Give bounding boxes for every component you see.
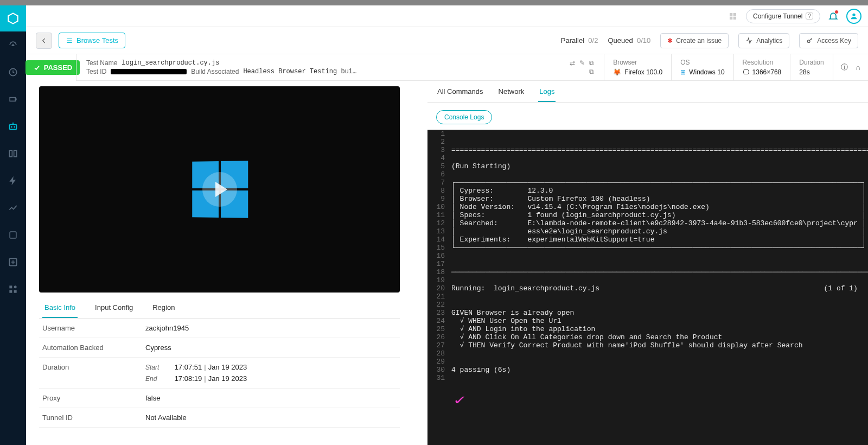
- proxy-val: false: [145, 394, 160, 402]
- sidebar-item-apps[interactable]: [0, 276, 26, 303]
- console-line: 12│ Searched: E:\lambda-node-remote-clie…: [427, 219, 868, 227]
- svg-point-5: [14, 126, 15, 128]
- console-line: 9│ Browser: Custom Firefox 100 (headless…: [427, 195, 868, 203]
- test-meta-block: Test Name login_searchproduct.cy.js ⇄ ✎ …: [76, 54, 604, 81]
- console-logs-chip[interactable]: Console Logs: [436, 110, 492, 124]
- trend-icon: [8, 202, 18, 213]
- browse-tests-label: Browse Tests: [76, 36, 118, 44]
- console-line: 13│ ess\e2e\login_searchproduct.cy.js │: [427, 227, 868, 236]
- resolution-value: 1366×768: [752, 68, 782, 76]
- cube-icon: [6, 11, 20, 26]
- svg-rect-15: [733, 13, 736, 16]
- username-val: zackjohn1945: [145, 324, 189, 332]
- browse-tests-button[interactable]: Browse Tests: [59, 33, 125, 48]
- console-line: 28: [427, 349, 868, 358]
- edit-icon[interactable]: ✎: [579, 59, 585, 67]
- sidebar-item-device[interactable]: [0, 221, 26, 249]
- access-key-label: Access Key: [817, 37, 851, 44]
- sidebar-item-battery[interactable]: [0, 86, 26, 113]
- sidebar-item-books[interactable]: [0, 140, 26, 167]
- backed-key: Automation Backed: [42, 344, 145, 352]
- env-duration-cell: Duration 28s: [790, 54, 832, 81]
- notification-dot: [834, 10, 839, 14]
- user-avatar[interactable]: [846, 9, 861, 24]
- tab-network[interactable]: Network: [497, 82, 526, 102]
- brand-logo[interactable]: [0, 5, 26, 31]
- console-line: 26 √ AND Click On All Categories drop do…: [427, 333, 868, 341]
- copy-build-icon[interactable]: ⧉: [589, 68, 594, 75]
- console-line: 18──────────────────────────────────────…: [427, 268, 868, 276]
- sidebar-item-bolt[interactable]: [0, 167, 26, 194]
- env-resolution-cell: Resolution 🖵1366×768: [733, 54, 790, 81]
- queued-label: Queued: [608, 36, 633, 44]
- duration-env-value: 28s: [799, 68, 824, 76]
- create-issue-button[interactable]: ✱ Create an issue: [660, 33, 729, 48]
- test-id-redacted: [111, 69, 187, 74]
- test-id-label: Test ID: [86, 68, 106, 75]
- build-assoc-label: Build Associated: [191, 68, 239, 75]
- end-date: Jan 19 2023: [208, 374, 247, 383]
- env-browser-cell: Browser 🦊Firefox 100.0: [604, 54, 671, 81]
- analytics-label: Analytics: [756, 37, 782, 44]
- svg-rect-16: [730, 16, 732, 19]
- create-issue-label: Create an issue: [676, 37, 722, 44]
- sidebar-item-realtime[interactable]: [0, 59, 26, 86]
- svg-rect-14: [730, 13, 732, 16]
- header-top-bar: Configure Tunnel ?: [26, 5, 868, 27]
- console-line: 29: [427, 358, 868, 366]
- sidebar-item-automation[interactable]: [0, 113, 26, 140]
- os-label: OS: [680, 59, 724, 66]
- tab-basic-info[interactable]: Basic Info: [42, 298, 78, 318]
- console-line: 304 passing (6s): [427, 366, 868, 374]
- back-button[interactable]: [36, 33, 52, 49]
- start-sub: Start: [145, 364, 173, 371]
- svg-rect-2: [16, 98, 17, 100]
- notifications-button[interactable]: [826, 9, 841, 24]
- windows-icon: ⊞: [680, 68, 686, 76]
- toolbar-row: Browse Tests Parallel 0/2 Queued 0/10 ✱ …: [26, 27, 868, 54]
- grid-shapes-icon: [8, 284, 18, 295]
- end-time: 17:08:19: [175, 374, 202, 383]
- console-line: 10│ Node Version: v14.15.4 (C:\Program F…: [427, 203, 868, 211]
- env-os-cell: OS ⊞Windows 10: [671, 54, 733, 81]
- console-line: 3=======================================…: [427, 146, 868, 154]
- sidebar-item-analytics[interactable]: [0, 194, 26, 221]
- tab-region[interactable]: Region: [150, 298, 177, 318]
- test-name-label: Test Name: [86, 59, 117, 67]
- sidebar-item-add[interactable]: [0, 249, 26, 276]
- console-line: 24 √ WHEN User Open the Url: [427, 317, 868, 325]
- copy-icon[interactable]: ⧉: [589, 59, 594, 67]
- analytics-button[interactable]: Analytics: [738, 33, 789, 48]
- svg-point-19: [808, 40, 810, 42]
- battery-icon: [8, 94, 18, 105]
- console-output[interactable]: 123=====================================…: [427, 130, 868, 445]
- tab-all-commands[interactable]: All Commands: [436, 82, 484, 102]
- log-tabs: All Commands Network Logs: [427, 81, 868, 103]
- monitor-icon: 🖵: [743, 68, 749, 76]
- configure-tunnel-button[interactable]: Configure Tunnel ?: [746, 9, 820, 23]
- access-key-button[interactable]: Access Key: [799, 33, 858, 48]
- browser-value: Firefox 100.0: [624, 68, 662, 76]
- robot-icon: [7, 120, 19, 132]
- info-icon[interactable]: ⓘ: [841, 62, 848, 72]
- svg-rect-7: [14, 150, 17, 157]
- username-key: Username: [42, 324, 145, 332]
- svg-rect-10: [9, 285, 12, 288]
- list-icon: [66, 37, 73, 44]
- play-button-icon[interactable]: [202, 172, 237, 207]
- video-preview[interactable]: [39, 86, 400, 293]
- sidebar-nav: [0, 5, 26, 445]
- tunnel-key: Tunnel ID: [42, 414, 145, 422]
- env-right-icons: ⓘ ∩: [833, 54, 868, 81]
- tab-input-config[interactable]: Input Config: [93, 298, 135, 318]
- tab-logs[interactable]: Logs: [538, 82, 556, 102]
- help-badge-icon: ?: [806, 12, 813, 20]
- apps-grid-icon[interactable]: [725, 9, 741, 24]
- headset-icon[interactable]: ∩: [856, 63, 860, 72]
- console-line: 25 √ AND Login into the application: [427, 325, 868, 333]
- bolt-icon: [8, 175, 18, 186]
- sidebar-item-dashboard[interactable]: [0, 31, 26, 59]
- settings-inline-icon[interactable]: ⇄: [570, 59, 575, 67]
- parallel-label: Parallel: [561, 36, 584, 44]
- svg-rect-1: [10, 98, 15, 101]
